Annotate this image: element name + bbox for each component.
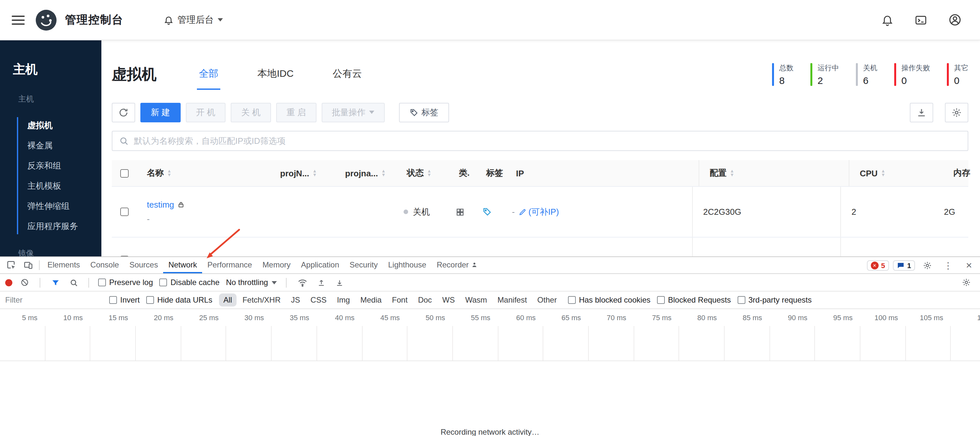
export-har-icon[interactable] (334, 278, 345, 287)
reboot-button[interactable]: 重 启 (276, 102, 316, 122)
console-errors-badge[interactable]: 5 (867, 260, 889, 270)
batch-actions-button[interactable]: 批量操作 (321, 102, 384, 122)
throttling-select[interactable]: No throttling (226, 278, 277, 287)
request-type-pill[interactable]: Doc (413, 294, 436, 307)
notifications-bell-icon[interactable] (877, 10, 897, 30)
grid-type-icon[interactable] (455, 207, 465, 216)
devtools-tab[interactable]: Sources (124, 257, 163, 273)
table-row[interactable]: testimg - 关机 - (112, 187, 968, 238)
devtools-tab[interactable]: Console (85, 257, 124, 273)
sort-icon[interactable] (381, 169, 386, 177)
request-type-pill[interactable]: WS (438, 294, 460, 307)
import-har-icon[interactable] (315, 278, 327, 287)
table-column-header[interactable]: projna... (335, 160, 396, 186)
third-party-requests-checkbox[interactable]: 3rd-party requests (737, 295, 812, 305)
request-type-pill[interactable]: Font (387, 294, 412, 307)
inspect-element-icon[interactable] (3, 257, 19, 273)
devtools-tab[interactable]: Network (163, 257, 202, 273)
timeline-gridline (272, 326, 317, 361)
network-settings-icon[interactable] (958, 278, 975, 287)
request-type-pill[interactable]: CSS (306, 294, 331, 307)
table-column-header[interactable]: IP (506, 160, 698, 186)
sidebar-menu: 虚拟机裸金属反亲和组主机模板弹性伸缩组应用程序服务 (0, 115, 101, 236)
request-type-pill[interactable]: Wasm (461, 294, 492, 307)
sidebar-item[interactable]: 反亲和组 (0, 155, 101, 176)
devtools-tab[interactable]: Lighthouse (383, 257, 431, 273)
devtools-settings-icon[interactable] (919, 260, 936, 270)
sidebar-item[interactable]: 应用程序服务 (0, 216, 101, 236)
has-blocked-cookies-checkbox[interactable]: Has blocked cookies (568, 295, 651, 305)
request-type-pill[interactable]: JS (286, 294, 305, 307)
request-type-pill[interactable]: Manifest (493, 294, 531, 307)
device-toolbar-icon[interactable] (19, 257, 37, 273)
request-type-pill[interactable]: Other (533, 294, 562, 307)
sort-icon[interactable] (427, 169, 431, 177)
view-tab[interactable]: 全部 (197, 59, 220, 90)
network-search-icon[interactable] (68, 278, 79, 287)
clear-icon[interactable] (19, 278, 30, 287)
table-column-header[interactable]: projN... (270, 160, 335, 186)
sort-icon[interactable] (313, 169, 317, 177)
table-header-row: 名称 projN... projna... 状态 类. (112, 160, 968, 187)
devtools-tab[interactable]: Security (344, 257, 383, 273)
devtools-menu-icon[interactable] (940, 260, 957, 270)
request-type-pill[interactable]: All (219, 294, 237, 307)
user-avatar[interactable] (945, 10, 964, 30)
sidebar-item[interactable]: 主机模板 (0, 176, 101, 196)
request-type-pill[interactable]: Fetch/XHR (238, 294, 285, 307)
workspace-switcher[interactable]: 管理后台 (164, 14, 223, 26)
timeline-gridline (0, 326, 45, 361)
invert-checkbox[interactable]: Invert (109, 295, 140, 305)
terminal-icon[interactable] (911, 10, 931, 30)
devtools-tab[interactable]: Performance (202, 257, 257, 273)
sort-icon[interactable] (167, 169, 172, 177)
devtools-close-icon[interactable] (961, 259, 977, 271)
power-off-button[interactable]: 关 机 (231, 102, 271, 122)
tags-button[interactable]: 标签 (399, 102, 449, 122)
blocked-requests-checkbox[interactable]: Blocked Requests (657, 295, 731, 305)
filter-icon[interactable] (49, 278, 61, 287)
search-input[interactable] (134, 136, 961, 146)
refresh-button[interactable] (112, 102, 135, 122)
view-tab[interactable]: 本地IDC (255, 59, 296, 90)
vm-name-link[interactable]: testimg (147, 200, 174, 209)
power-on-button[interactable]: 开 机 (186, 102, 226, 122)
column-label: IP (516, 168, 524, 178)
devtools-tab[interactable]: Memory (257, 257, 296, 273)
sort-icon[interactable] (881, 169, 885, 177)
table-column-header[interactable]: 配置 (698, 160, 849, 186)
issues-badge[interactable]: 1 (893, 260, 915, 270)
disable-cache-label: Disable cache (170, 278, 220, 287)
view-tab[interactable]: 公有云 (331, 59, 364, 90)
sidebar-group-hosts[interactable]: 主机 (18, 94, 101, 105)
devtools-tab[interactable]: Elements (42, 257, 85, 273)
disable-cache-checkbox[interactable]: Disable cache (159, 278, 220, 287)
table-column-header[interactable]: 内存 (943, 160, 978, 186)
table-column-header[interactable]: 名称 (137, 160, 270, 186)
row-checkbox[interactable] (120, 208, 128, 216)
table-column-header[interactable]: 标签 (476, 160, 506, 186)
request-type-pill[interactable]: Media (356, 294, 386, 307)
request-type-pill[interactable]: Img (332, 294, 355, 307)
table-column-header[interactable]: 状态 (396, 160, 449, 186)
network-filter-input[interactable] (5, 295, 103, 305)
sort-icon[interactable] (730, 169, 734, 177)
assign-ip-link[interactable]: (可补IP) (519, 206, 559, 218)
network-conditions-icon[interactable] (296, 278, 309, 287)
sidebar-item[interactable]: 虚拟机 (0, 115, 101, 135)
download-button[interactable] (910, 102, 933, 122)
table-settings-button[interactable] (945, 102, 968, 122)
devtools-tab[interactable]: Application (296, 257, 344, 273)
record-button[interactable] (5, 279, 12, 286)
devtools-tab[interactable]: Recorder (431, 257, 483, 273)
select-all-checkbox[interactable] (120, 169, 128, 177)
hamburger-menu-icon[interactable] (12, 13, 25, 27)
preserve-log-checkbox[interactable]: Preserve log (98, 278, 153, 287)
table-column-header[interactable]: 类. (449, 160, 476, 186)
sidebar-item[interactable]: 裸金属 (0, 135, 101, 155)
sidebar-item[interactable]: 弹性伸缩组 (0, 196, 101, 216)
table-column-header[interactable]: CPU (849, 160, 943, 186)
create-button[interactable]: 新 建 (140, 102, 180, 122)
tag-icon[interactable] (482, 207, 492, 217)
hide-data-urls-checkbox[interactable]: Hide data URLs (146, 295, 212, 305)
